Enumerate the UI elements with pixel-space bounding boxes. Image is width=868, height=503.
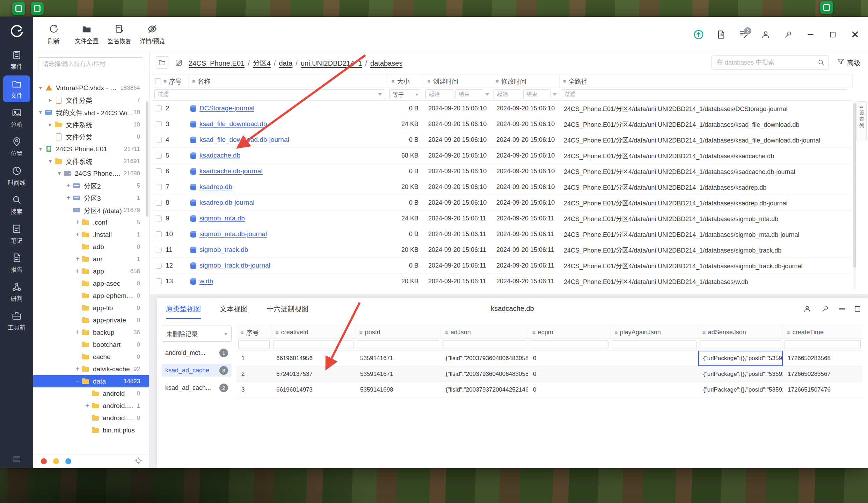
- tree-expander-icon[interactable]: [46, 96, 55, 104]
- header-no[interactable]: 序号: [152, 74, 189, 88]
- blue-filter-dot[interactable]: [65, 458, 71, 464]
- file-name-link[interactable]: ksad_file_download.db: [199, 120, 267, 128]
- file-row[interactable]: 8 ksadrep.db-journal 0 B 2024-09-20 15:0…: [152, 195, 853, 211]
- file-name-link[interactable]: ksad_file_download.db-journal: [199, 136, 289, 144]
- row-checkbox[interactable]: [156, 231, 162, 237]
- tree-node[interactable]: android.ext.shar... 0: [33, 412, 149, 424]
- tree-expander-icon[interactable]: [64, 182, 73, 190]
- breadcrumb-segment[interactable]: databases: [370, 59, 402, 67]
- tree-node[interactable]: .install 1: [33, 228, 149, 241]
- rail-menu-button[interactable]: [0, 454, 33, 464]
- file-row[interactable]: 12 sigmob_track.db-journal 0 B 2024-09-2…: [152, 258, 853, 274]
- tree-node[interactable]: cache 0: [33, 351, 149, 363]
- tree-node[interactable]: app-ephemeral 0: [33, 290, 149, 302]
- tree-expander-icon[interactable]: [64, 206, 73, 214]
- tree-node[interactable]: adb 0: [33, 241, 149, 253]
- table-list-item[interactable]: android_met... 1: [162, 347, 232, 359]
- app-logo-icon[interactable]: [8, 22, 26, 41]
- tree-node[interactable]: data 14823: [33, 375, 149, 387]
- header-posId[interactable]: posId: [355, 326, 441, 338]
- tree-expander-icon[interactable]: [55, 170, 64, 177]
- tree-node[interactable]: 我的文件.vhd - 24CS Wi... 10: [33, 106, 149, 118]
- row-checkbox[interactable]: [156, 137, 162, 143]
- breadcrumb-segment[interactable]: uni.UNI2DBD214_1: [301, 59, 362, 67]
- record-row[interactable]: 2 67240137537 5359141671 {"llsid":"20037…: [236, 366, 862, 382]
- filter-input[interactable]: [357, 340, 439, 349]
- row-checkbox[interactable]: [156, 184, 162, 190]
- rail-item-toolbox[interactable]: 工具箱: [3, 307, 30, 334]
- file-row[interactable]: 11 sigmob_track.db 20 KB 2024-09-20 15:0…: [152, 242, 853, 258]
- tab-hex-view[interactable]: 十六进制视图: [267, 298, 308, 319]
- filter-input[interactable]: [443, 340, 526, 349]
- yellow-filter-dot[interactable]: [53, 458, 59, 464]
- tree-expander-icon[interactable]: [36, 109, 45, 116]
- row-checkbox[interactable]: [156, 153, 162, 159]
- tree-node[interactable]: bootchart 0: [33, 338, 149, 351]
- file-name-link[interactable]: sigmob_track.db: [199, 246, 248, 254]
- cell-adSenseJson[interactable]: {"urlPackage":{},"posId":"535914...: [698, 382, 783, 398]
- tree-expander-icon[interactable]: [73, 218, 82, 226]
- table-list-item[interactable]: ksad_ad_cach... 2: [162, 381, 232, 394]
- funnel-icon[interactable]: [485, 93, 489, 96]
- funnel-icon[interactable]: [378, 93, 382, 96]
- tree-expander-icon[interactable]: [36, 84, 45, 92]
- user-icon[interactable]: [803, 305, 811, 313]
- header-ecpm[interactable]: ecpm: [528, 326, 610, 338]
- tree-node[interactable]: 文件分类 0: [33, 131, 149, 143]
- file-name-link[interactable]: DCStorage-journal: [199, 104, 254, 112]
- advanced-search-button[interactable]: 高级: [837, 58, 860, 67]
- tree-node[interactable]: app-asec 0: [33, 277, 149, 290]
- table-list-item-selected[interactable]: ksad_ad_cache 3: [162, 364, 232, 377]
- tree-node[interactable]: app-lib 0: [33, 302, 149, 314]
- cell-adSenseJson[interactable]: {"urlPackage":{},"posId":"535914...: [698, 366, 783, 382]
- tree-node[interactable]: backup 36: [33, 326, 149, 338]
- tree-expander-icon[interactable]: [46, 158, 55, 165]
- detail-preview-button[interactable]: 详情/预览: [137, 24, 167, 45]
- tab-text-view[interactable]: 文本视图: [220, 298, 248, 319]
- header-adJson[interactable]: adJson: [441, 326, 528, 338]
- header-created[interactable]: 创建时间: [424, 74, 492, 88]
- header-size[interactable]: 大小: [388, 74, 424, 88]
- holder-search-input[interactable]: [38, 57, 143, 71]
- path-filter-input[interactable]: [561, 89, 847, 99]
- file-name-link[interactable]: w.db: [199, 277, 213, 285]
- tree-expander-icon[interactable]: [73, 255, 82, 263]
- user-button[interactable]: [760, 29, 772, 41]
- tree-node[interactable]: 文件分类 7: [33, 94, 149, 106]
- tree-expander-icon[interactable]: [64, 194, 73, 202]
- tree-node[interactable]: 24CS Phone.E01 21690: [33, 167, 149, 180]
- rail-item-search[interactable]: 搜索: [3, 191, 30, 218]
- filter-input[interactable]: [273, 340, 353, 349]
- tree-expander-icon[interactable]: [36, 145, 45, 153]
- refresh-button[interactable]: 刷新: [39, 24, 69, 45]
- collapse-icon[interactable]: [839, 308, 845, 309]
- modified-start-input[interactable]: [494, 89, 521, 99]
- rail-item-notes[interactable]: 笔记: [3, 220, 30, 247]
- rail-item-report[interactable]: 报告: [3, 249, 30, 276]
- tree-expander-icon[interactable]: [46, 121, 55, 128]
- tree-expander-icon[interactable]: [73, 267, 82, 275]
- tree-node[interactable]: 24CS Phone.E01 21711: [33, 143, 149, 155]
- expand-icon[interactable]: [855, 306, 860, 312]
- name-filter-input[interactable]: [154, 89, 385, 99]
- file-row[interactable]: 5 ksadcache.db 68 KB 2024-09-20 15:06:10…: [152, 148, 853, 163]
- tree-expander-icon[interactable]: [73, 231, 82, 239]
- row-checkbox[interactable]: [156, 216, 162, 221]
- breadcrumb-segment[interactable]: 分区4: [253, 59, 271, 67]
- minimize-button[interactable]: [804, 29, 816, 41]
- tree-node[interactable]: 分区4 (/data) 21679: [33, 204, 149, 216]
- filter-input[interactable]: [612, 340, 696, 349]
- header-playAgainJson[interactable]: playAgainJson: [610, 326, 698, 338]
- created-end-input[interactable]: [455, 89, 483, 99]
- file-name-link[interactable]: ksadcache.db-journal: [199, 167, 263, 175]
- file-name-link[interactable]: sigmob_mta.db: [199, 214, 245, 222]
- pin-window-button[interactable]: [782, 29, 794, 41]
- tree-node[interactable]: 分区2 5: [33, 180, 149, 192]
- rail-item-location[interactable]: 位置: [3, 133, 30, 160]
- tree-node[interactable]: 分区3 1: [33, 192, 149, 204]
- row-checkbox[interactable]: [156, 278, 162, 284]
- file-row[interactable]: 10 sigmob_mta.db-journal 0 B 2024-09-20 …: [152, 226, 853, 242]
- filter-input[interactable]: [700, 340, 781, 349]
- tree-node[interactable]: dalvik-cache 92: [33, 363, 149, 375]
- tree-node[interactable]: 文件系统 21691: [33, 155, 149, 167]
